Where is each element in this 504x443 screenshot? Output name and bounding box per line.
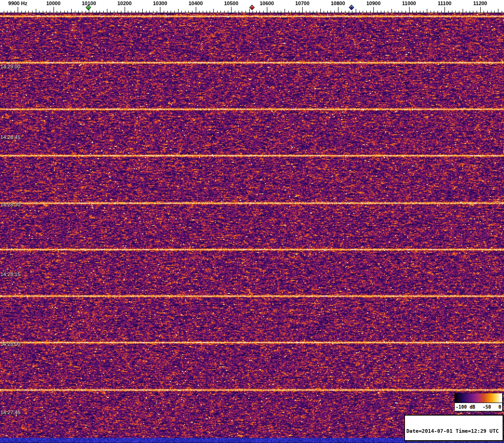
freq-tick-label: 10000 [46,0,60,6]
colorbar: -100 dB -50 0 [454,393,503,411]
freq-tick-label: 11000 [402,0,416,6]
freq-tick-label: 9900 Hz [8,0,27,6]
spectrogram-app: 9900 Hz100001010010200103001040010500106… [0,0,504,443]
time-tick-label: 14:28:45 [0,134,20,140]
colorbar-mid-label: -50 [483,404,491,410]
time-tick-label: 14:29:00 [0,64,20,69]
freq-tick-label: 10400 [188,0,203,6]
freq-tick-label: 11200 [473,0,487,6]
colorbar-min-label: -100 dB [456,404,475,410]
time-tick-label: 14:28:30 [0,202,20,207]
time-tick-label: 14:27:45 [0,410,20,415]
freq-tick-label: 10600 [259,0,274,6]
observation-info-box: Date=2014-07-01 Time=12:29 UTC Freq=143 … [404,415,504,441]
freq-tick-label: 11100 [438,0,451,6]
freq-tick-label: 10800 [331,0,345,6]
time-tick-label: 14:28:00 [0,341,20,347]
colorbar-max-label: 0 [498,404,501,410]
freq-tick-label: 10200 [117,0,132,6]
spectrogram-waterfall-canvas[interactable] [0,13,504,443]
info-date-time-line: Date=2014-07-01 Time=12:29 UTC [406,428,501,434]
time-tick-label: 14:28:15 [0,271,20,277]
frequency-ruler[interactable]: 9900 Hz100001010010200103001040010500106… [0,0,504,13]
freq-tick-label: 10700 [295,0,310,6]
freq-tick-label: 10500 [224,0,239,6]
colorbar-gradient [455,393,502,403]
freq-tick-label: 10300 [153,0,167,6]
colorbar-labels: -100 dB -50 0 [455,403,502,411]
freq-tick-label: 10900 [366,0,381,6]
